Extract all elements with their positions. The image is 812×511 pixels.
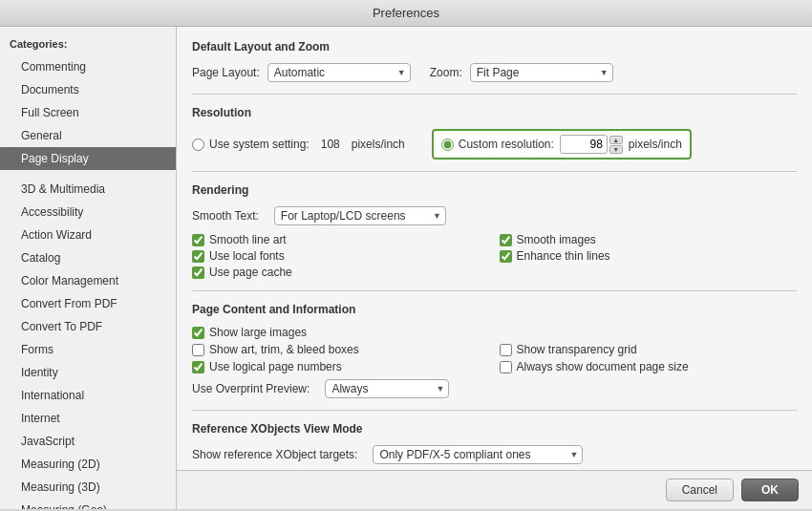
use-logical-numbers-label[interactable]: Use logical page numbers (192, 360, 490, 373)
sidebar-item-commenting[interactable]: Commenting (0, 55, 176, 78)
sidebar-item-pagedisplay[interactable]: Page Display (0, 147, 176, 170)
use-local-fonts-label[interactable]: Use local fonts (192, 249, 490, 263)
divider-1 (192, 94, 797, 95)
page-layout-select[interactable]: Automatic Single Page Two-Up (267, 63, 411, 82)
rendering-title: Rendering (192, 183, 797, 197)
overprint-label: Use Overprint Preview: (192, 382, 310, 395)
smooth-line-art-checkbox[interactable] (192, 234, 204, 246)
use-system-radio[interactable] (192, 138, 204, 151)
sidebar-item-accessibility[interactable]: Accessibility (0, 201, 176, 224)
custom-res-input[interactable] (560, 135, 608, 154)
show-art-trim-checkbox[interactable] (192, 344, 204, 356)
sidebar-item-international[interactable]: International (0, 384, 176, 407)
sidebar-header: Categories: (0, 34, 176, 55)
use-page-cache-text: Use page cache (209, 266, 292, 279)
enhance-thin-lines-checkbox[interactable] (500, 250, 512, 263)
show-art-trim-label[interactable]: Show art, trim, & bleed boxes (192, 343, 490, 356)
sidebar-item-identity[interactable]: Identity (0, 361, 176, 384)
page-layout-label: Page Layout: (192, 66, 260, 79)
sidebar-item-3d[interactable]: 3D & Multimedia (0, 178, 176, 201)
page-layout-select-wrapper: Automatic Single Page Two-Up ▼ (267, 63, 411, 82)
custom-unit: pixels/inch (629, 138, 682, 151)
show-ref-label: Show reference XObject targets: (192, 448, 357, 461)
custom-res-radio[interactable] (441, 138, 454, 151)
cancel-button[interactable]: Cancel (666, 479, 734, 501)
title-bar: Preferences (0, 0, 812, 27)
sidebar-item-internet[interactable]: Internet (0, 407, 176, 430)
resolution-section: Resolution Use system setting: 108 pixel… (192, 106, 797, 160)
dialog-title: Preferences (373, 6, 439, 20)
sidebar-item-documents[interactable]: Documents (0, 78, 176, 101)
resolution-row: Use system setting: 108 pixels/inch Cust… (192, 129, 797, 160)
sidebar-item-measuring2d[interactable]: Measuring (2D) (0, 453, 176, 476)
show-transparency-text: Show transparency grid (517, 343, 637, 356)
ok-button[interactable]: OK (741, 479, 799, 501)
sidebar-item-catalog[interactable]: Catalog (0, 246, 176, 269)
sidebar-item-colormanagement[interactable]: Color Management (0, 269, 176, 292)
sidebar-item-general[interactable]: General (0, 124, 176, 147)
page-content-title: Page Content and Information (192, 303, 797, 316)
always-show-doc-checkbox[interactable] (500, 361, 512, 373)
zoom-select[interactable]: Fit Page Actual Size Fit Width (470, 63, 613, 82)
use-logical-numbers-checkbox[interactable] (192, 361, 204, 373)
always-show-doc-text: Always show document page size (517, 360, 689, 373)
smooth-images-checkbox[interactable] (500, 234, 512, 246)
use-local-fonts-text: Use local fonts (209, 249, 285, 263)
smooth-text-select[interactable]: For Laptop/LCD screens None For Monitor … (274, 206, 446, 225)
use-local-fonts-checkbox[interactable] (192, 250, 204, 263)
show-art-trim-text: Show art, trim, & bleed boxes (209, 343, 359, 356)
page-content-section: Page Content and Information Show large … (192, 303, 797, 398)
sidebar-item-measuring3d[interactable]: Measuring (3D) (0, 476, 176, 499)
show-transparency-label[interactable]: Show transparency grid (500, 343, 798, 356)
sidebar-item-convertfrompdf[interactable]: Convert From PDF (0, 292, 176, 315)
zoom-select-wrapper: Fit Page Actual Size Fit Width ▼ (470, 63, 613, 82)
custom-res-radio-label[interactable]: Custom resolution: (441, 138, 554, 151)
use-system-radio-label[interactable]: Use system setting: (192, 138, 310, 151)
use-page-cache-label[interactable]: Use page cache (192, 266, 490, 279)
always-show-doc-label[interactable]: Always show document page size (500, 360, 798, 373)
layout-row: Page Layout: Automatic Single Page Two-U… (192, 63, 797, 82)
enhance-thin-lines-label[interactable]: Enhance thin lines (500, 249, 798, 263)
resolution-title: Resolution (192, 106, 797, 119)
system-unit: pixels/inch (352, 138, 405, 151)
divider-2 (192, 171, 797, 172)
sidebar-divider (0, 170, 176, 178)
xobject-title: Reference XObjects View Mode (192, 422, 797, 436)
smooth-text-row: Smooth Text: For Laptop/LCD screens None… (192, 206, 797, 225)
spin-up-button[interactable]: ▲ (609, 136, 623, 144)
custom-res-label: Custom resolution: (459, 138, 554, 151)
use-system-label: Use system setting: (209, 138, 310, 151)
sidebar-item-measuringgeo[interactable]: Measuring (Geo) (0, 499, 176, 509)
use-page-cache-checkbox[interactable] (192, 266, 204, 279)
spin-down-button[interactable]: ▼ (609, 145, 623, 154)
smooth-text-label: Smooth Text: (192, 209, 259, 223)
page-content-checkboxes: Show art, trim, & bleed boxes Show trans… (192, 343, 797, 373)
sidebar-item-forms[interactable]: Forms (0, 338, 176, 361)
smooth-text-select-wrapper: For Laptop/LCD screens None For Monitor … (274, 206, 446, 225)
main-container: Categories: Commenting Documents Full Sc… (0, 27, 812, 509)
content-area: Default Layout and Zoom Page Layout: Aut… (177, 27, 812, 509)
smooth-line-art-label[interactable]: Smooth line art (192, 233, 490, 246)
smooth-line-art-text: Smooth line art (209, 233, 287, 246)
show-large-images-label[interactable]: Show large images (192, 326, 797, 339)
show-ref-select[interactable]: Only PDF/X-5 compliant ones All None (373, 445, 583, 464)
sidebar-item-converttopdf[interactable]: Convert To PDF (0, 315, 176, 338)
rendering-section: Rendering Smooth Text: For Laptop/LCD sc… (192, 183, 797, 279)
smooth-images-label[interactable]: Smooth images (500, 233, 798, 246)
show-ref-select-wrapper: Only PDF/X-5 compliant ones All None ▼ (373, 445, 583, 464)
overprint-row: Use Overprint Preview: Always Never Auto… (192, 379, 797, 398)
show-large-images-checkbox[interactable] (192, 327, 204, 339)
sidebar-item-actionwizard[interactable]: Action Wizard (0, 224, 176, 246)
use-logical-numbers-text: Use logical page numbers (209, 360, 342, 373)
sidebar-item-javascript[interactable]: JavaScript (0, 430, 176, 453)
bottom-bar: Cancel OK (177, 470, 812, 509)
sidebar-item-fullscreen[interactable]: Full Screen (0, 101, 176, 124)
spin-wrapper: ▲ ▼ (609, 136, 623, 154)
divider-4 (192, 410, 797, 411)
rendering-checkboxes: Smooth line art Smooth images Use local … (192, 233, 797, 279)
show-transparency-checkbox[interactable] (500, 344, 512, 356)
overprint-select[interactable]: Always Never Automatic (325, 379, 449, 398)
layout-section-title: Default Layout and Zoom (192, 40, 797, 53)
system-value: 108 (321, 138, 340, 151)
zoom-label: Zoom: (430, 66, 462, 79)
